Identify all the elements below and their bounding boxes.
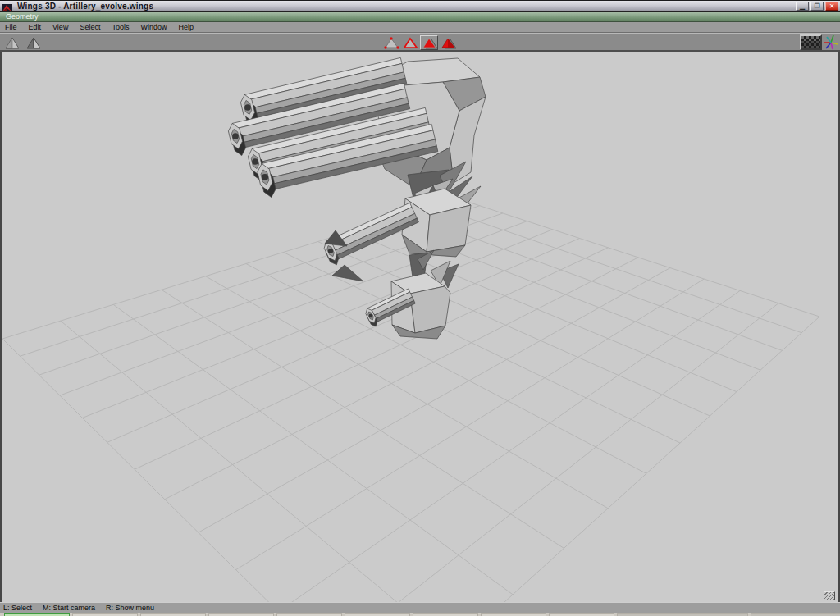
status-hint-1: M: Start camera	[43, 603, 95, 613]
selection-mode-edge-button[interactable]	[401, 35, 419, 50]
status-bar: L: SelectM: Start cameraR: Show menu	[0, 602, 840, 613]
taskbar-button[interactable]	[617, 613, 748, 616]
model-artillery-turret[interactable]	[228, 57, 486, 339]
selection-mode-body-button[interactable]	[439, 35, 457, 50]
selection-mode-vertex-button[interactable]	[382, 35, 400, 50]
title-bar[interactable]: Wings 3D - Artillery_evolve.wings ▁ ❐ ✕	[0, 0, 840, 11]
taskbar-button[interactable]	[751, 613, 840, 616]
taskbar-button[interactable]	[276, 613, 342, 616]
show-axes-button[interactable]	[824, 34, 838, 50]
menu-item-edit[interactable]: Edit	[23, 22, 48, 32]
taskbar-button[interactable]	[140, 613, 206, 616]
undo-button[interactable]	[3, 35, 21, 50]
vertex-mode-icon	[384, 36, 399, 50]
taskbar-button[interactable]	[208, 613, 274, 616]
undo-pyramid-icon	[4, 36, 21, 50]
smooth-preview-button[interactable]	[800, 34, 822, 50]
menu-item-select[interactable]: Select	[74, 22, 106, 32]
taskbar-button[interactable]	[549, 613, 614, 616]
taskbar-button[interactable]	[345, 613, 410, 616]
redo-pyramid-icon	[25, 36, 42, 50]
menu-item-view[interactable]: View	[47, 22, 74, 32]
selection-mode-face-button[interactable]	[420, 35, 438, 50]
restore-button[interactable]: ❐	[810, 2, 824, 11]
resize-grip[interactable]	[824, 591, 835, 600]
toolbar	[0, 33, 840, 52]
menu-bar: FileEditViewSelectToolsWindowHelp	[0, 22, 840, 33]
close-button[interactable]: ✕	[825, 2, 838, 11]
wings3d-logo-icon	[2, 2, 12, 11]
axes-star-icon	[824, 34, 838, 50]
menu-item-file[interactable]: File	[0, 22, 23, 32]
face-mode-icon	[422, 36, 437, 50]
taskbar-button[interactable]	[72, 613, 138, 616]
status-hint-0: L: Select	[3, 603, 32, 613]
checker-icon	[801, 36, 820, 48]
minimize-button[interactable]: ▁	[796, 2, 809, 11]
body-mode-icon	[441, 36, 456, 50]
menu-item-window[interactable]: Window	[135, 22, 172, 32]
edge-mode-icon	[403, 36, 418, 50]
redo-button[interactable]	[25, 35, 43, 50]
menu-item-tools[interactable]: Tools	[106, 22, 135, 32]
os-taskbar[interactable]	[0, 613, 840, 616]
taskbar-button[interactable]	[413, 613, 478, 616]
status-hint-2: R: Show menu	[106, 603, 154, 613]
window-title: Wings 3D - Artillery_evolve.wings	[17, 1, 153, 11]
taskbar-button[interactable]	[4, 613, 70, 616]
geometry-window-header[interactable]: Geometry	[0, 11, 840, 22]
taskbar-button[interactable]	[481, 613, 546, 616]
geometry-window-title: Geometry	[6, 12, 39, 21]
viewport-3d[interactable]	[0, 52, 840, 602]
menu-item-help[interactable]: Help	[172, 22, 199, 32]
